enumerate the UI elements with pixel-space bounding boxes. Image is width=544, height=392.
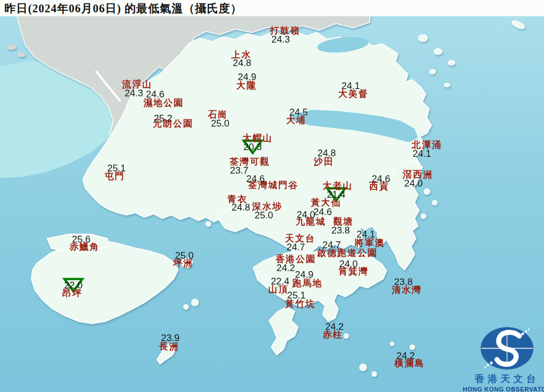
- station-value: 24.6: [146, 89, 164, 100]
- station-value: 22.0: [64, 280, 82, 291]
- station-value: 24.2: [276, 263, 295, 274]
- station-value: 24.7: [286, 242, 305, 253]
- station-value: 23.8: [331, 225, 350, 236]
- station-value: 25.1: [107, 163, 125, 174]
- station-value: 24.6: [246, 174, 264, 185]
- station-value: 25.2: [154, 113, 172, 124]
- station-value: 25.6: [72, 234, 90, 245]
- station-value: 24.9: [295, 269, 313, 281]
- station-value: 24.0: [296, 209, 315, 221]
- station-value: 24.1: [412, 148, 431, 160]
- station-value: 23.9: [161, 333, 179, 344]
- station-value: 24.1: [341, 81, 360, 92]
- station-value: 22.4: [271, 276, 289, 287]
- station-value: 20.3: [243, 142, 262, 153]
- station-value: 24.6: [313, 207, 332, 218]
- station-value: 24.1: [356, 229, 375, 240]
- station-value: 24.6: [371, 174, 390, 185]
- station-value: 24.8: [231, 202, 250, 213]
- station-value: 24.3: [271, 34, 290, 45]
- station-value: 24.2: [396, 351, 415, 362]
- station-value: 24.8: [233, 58, 251, 69]
- weather-map-page: 昨日(2024年06月06日) 的最低氣溫（攝氏度） 24.3打鼓嶺24.8上水…: [0, 0, 544, 392]
- map-title: 昨日(2024年06月06日) 的最低氣溫（攝氏度）: [4, 1, 363, 16]
- station-value: 25.0: [254, 210, 273, 221]
- station-value: 24.0: [339, 259, 357, 270]
- station-value: 21.4: [327, 189, 345, 200]
- station-value: 25.0: [211, 118, 229, 129]
- hko-logo: 香港天文台 HONG KONG OBSERVATORY: [463, 326, 544, 392]
- hko-logo-icon: [473, 326, 541, 372]
- station-value: 25.1: [287, 290, 305, 301]
- station-value: 24.0: [404, 178, 422, 189]
- hko-logo-english: HONG KONG OBSERVATORY: [463, 386, 544, 392]
- station-value: 24.9: [238, 72, 256, 83]
- station-value: 23.8: [394, 277, 412, 288]
- station-value: 24.5: [289, 107, 308, 118]
- station-value: 24.8: [317, 148, 336, 159]
- station-value: 24.7: [322, 240, 341, 251]
- station-value: 24.3: [124, 88, 143, 99]
- station-value: 24.2: [325, 321, 343, 333]
- station-value: 25.0: [175, 250, 193, 262]
- hko-logo-chinese: 香港天文台: [463, 372, 544, 385]
